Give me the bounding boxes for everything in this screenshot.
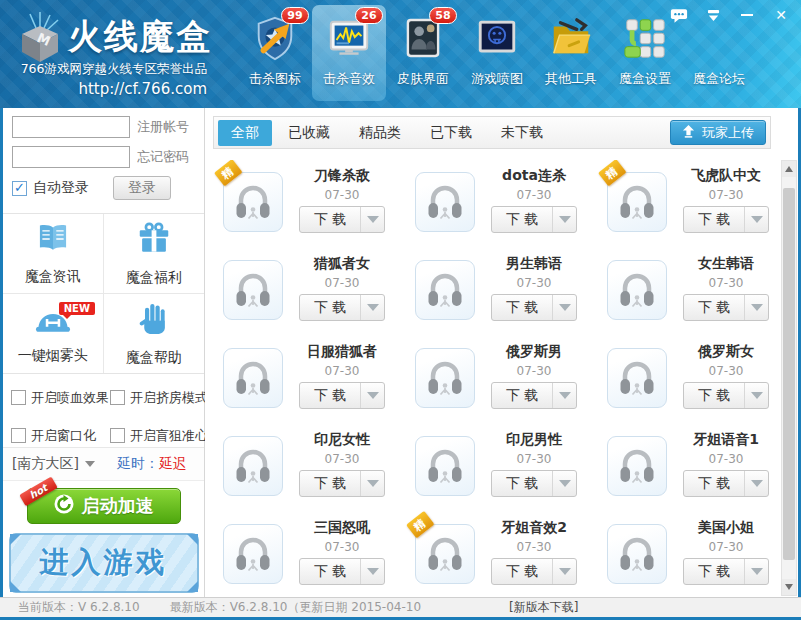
- sound-item-thumbnail[interactable]: [607, 348, 667, 408]
- download-dropdown-arrow[interactable]: [361, 207, 384, 232]
- download-button-label[interactable]: 下载: [300, 295, 361, 320]
- sound-item-thumbnail[interactable]: [223, 348, 283, 408]
- player-upload-button[interactable]: 玩家上传: [670, 120, 766, 145]
- download-dropdown-arrow[interactable]: [553, 295, 576, 320]
- sound-item-thumbnail[interactable]: 精: [415, 524, 475, 584]
- feedback-chat-icon[interactable]: [669, 7, 689, 23]
- download-dropdown-arrow[interactable]: [745, 383, 768, 408]
- download-dropdown-arrow[interactable]: [361, 383, 384, 408]
- feature-benefits[interactable]: 魔盒福利: [104, 214, 205, 294]
- download-button-label[interactable]: 下载: [684, 471, 745, 496]
- sound-item-thumbnail[interactable]: [607, 260, 667, 320]
- checkbox[interactable]: [11, 390, 26, 405]
- download-button-label[interactable]: 下载: [684, 383, 745, 408]
- download-button[interactable]: 下载: [683, 558, 769, 585]
- download-button[interactable]: 下载: [299, 382, 385, 409]
- download-button[interactable]: 下载: [683, 294, 769, 321]
- download-button[interactable]: 下载: [299, 206, 385, 233]
- scrollbar-thumb[interactable]: [783, 188, 795, 560]
- download-dropdown-arrow[interactable]: [361, 471, 384, 496]
- sound-item-thumbnail[interactable]: [223, 260, 283, 320]
- download-dropdown-arrow[interactable]: [745, 559, 768, 584]
- download-dropdown-arrow[interactable]: [745, 207, 768, 232]
- checkbox[interactable]: [110, 390, 125, 405]
- feature-help[interactable]: 魔盒帮助: [104, 294, 205, 374]
- sound-item-thumbnail[interactable]: [415, 172, 475, 232]
- download-dropdown-arrow[interactable]: [745, 471, 768, 496]
- forgot-password-link[interactable]: 忘记密码: [137, 148, 189, 166]
- download-button-label[interactable]: 下载: [492, 295, 553, 320]
- download-button[interactable]: 下载: [683, 206, 769, 233]
- checkbox[interactable]: [110, 428, 125, 443]
- download-button-label[interactable]: 下载: [300, 559, 361, 584]
- download-button[interactable]: 下载: [683, 382, 769, 409]
- download-button-label[interactable]: 下载: [492, 559, 553, 584]
- vertical-scrollbar[interactable]: [781, 160, 797, 596]
- download-dropdown-arrow[interactable]: [553, 383, 576, 408]
- download-dropdown-arrow[interactable]: [553, 471, 576, 496]
- download-button-label[interactable]: 下载: [684, 207, 745, 232]
- tab-other-tools[interactable]: 其他工具: [534, 5, 608, 101]
- sound-item-thumbnail[interactable]: [415, 348, 475, 408]
- option-blood-effect[interactable]: 开启喷血效果: [11, 386, 110, 409]
- auto-login-checkbox[interactable]: ✓: [12, 181, 27, 196]
- option-no-scope-crosshair[interactable]: 开启盲狙准心: [110, 424, 205, 447]
- sound-item-thumbnail[interactable]: [223, 436, 283, 496]
- download-dropdown-arrow[interactable]: [361, 295, 384, 320]
- download-button-label[interactable]: 下载: [492, 471, 553, 496]
- download-button-label[interactable]: 下载: [300, 207, 361, 232]
- start-acceleration-button[interactable]: hot 启动加速: [27, 488, 181, 524]
- filter-tab-not-downloaded[interactable]: 未下载: [488, 120, 556, 146]
- new-version-download-link[interactable]: [新版本下载]: [509, 599, 578, 616]
- scroll-down-button[interactable]: [782, 579, 796, 595]
- filter-tab-favorited[interactable]: 已收藏: [275, 120, 343, 146]
- download-dropdown-arrow[interactable]: [745, 295, 768, 320]
- download-button-label[interactable]: 下载: [300, 383, 361, 408]
- checkbox[interactable]: [11, 428, 26, 443]
- download-button[interactable]: 下载: [299, 470, 385, 497]
- username-input[interactable]: [12, 116, 130, 138]
- close-button[interactable]: ✕: [771, 7, 791, 23]
- download-button-label[interactable]: 下载: [684, 295, 745, 320]
- filter-tab-downloaded[interactable]: 已下载: [417, 120, 485, 146]
- tab-skins[interactable]: 58 皮肤界面: [386, 5, 460, 101]
- login-button[interactable]: 登录: [113, 176, 171, 200]
- download-button[interactable]: 下载: [299, 294, 385, 321]
- filter-tab-all[interactable]: 全部: [218, 120, 272, 146]
- minimize-button[interactable]: [737, 7, 757, 23]
- sound-item-thumbnail[interactable]: [415, 436, 475, 496]
- sound-item-thumbnail[interactable]: 精: [607, 172, 667, 232]
- download-button[interactable]: 下载: [491, 206, 577, 233]
- feature-news[interactable]: 魔盒资讯: [3, 214, 104, 294]
- tab-kill-icons[interactable]: 99 击杀图标: [238, 5, 312, 101]
- download-dropdown-arrow[interactable]: [553, 559, 576, 584]
- download-dropdown-arrow[interactable]: [553, 207, 576, 232]
- option-windowed[interactable]: 开启窗口化: [11, 424, 110, 447]
- sound-item-thumbnail[interactable]: 精: [223, 172, 283, 232]
- download-button[interactable]: 下载: [491, 558, 577, 585]
- download-button-label[interactable]: 下载: [492, 207, 553, 232]
- download-button[interactable]: 下载: [683, 470, 769, 497]
- option-room-squeeze[interactable]: 开启挤房模式: [110, 386, 205, 409]
- region-dropdown[interactable]: [南方大区]: [12, 455, 95, 473]
- tab-sprays[interactable]: 游戏喷图: [460, 5, 534, 101]
- download-button-label[interactable]: 下载: [492, 383, 553, 408]
- scroll-up-button[interactable]: [782, 161, 796, 177]
- filter-tab-premium[interactable]: 精品类: [346, 120, 414, 146]
- sound-item-thumbnail[interactable]: [607, 524, 667, 584]
- download-dropdown-arrow[interactable]: [361, 559, 384, 584]
- download-button-label[interactable]: 下载: [300, 471, 361, 496]
- sound-item-thumbnail[interactable]: [223, 524, 283, 584]
- download-button-label[interactable]: 下载: [684, 559, 745, 584]
- download-button[interactable]: 下载: [299, 558, 385, 585]
- skin-switch-icon[interactable]: [703, 7, 723, 23]
- register-link[interactable]: 注册帐号: [137, 118, 189, 136]
- sound-item-thumbnail[interactable]: [415, 260, 475, 320]
- feature-smoke-helmet[interactable]: NEW 一键烟雾头: [3, 294, 104, 374]
- tab-kill-sounds[interactable]: 26 击杀音效: [312, 5, 386, 101]
- download-button[interactable]: 下载: [491, 294, 577, 321]
- sound-item-thumbnail[interactable]: [607, 436, 667, 496]
- enter-game-button[interactable]: 进入游戏: [9, 533, 199, 593]
- download-button[interactable]: 下载: [491, 470, 577, 497]
- password-input[interactable]: [12, 146, 130, 168]
